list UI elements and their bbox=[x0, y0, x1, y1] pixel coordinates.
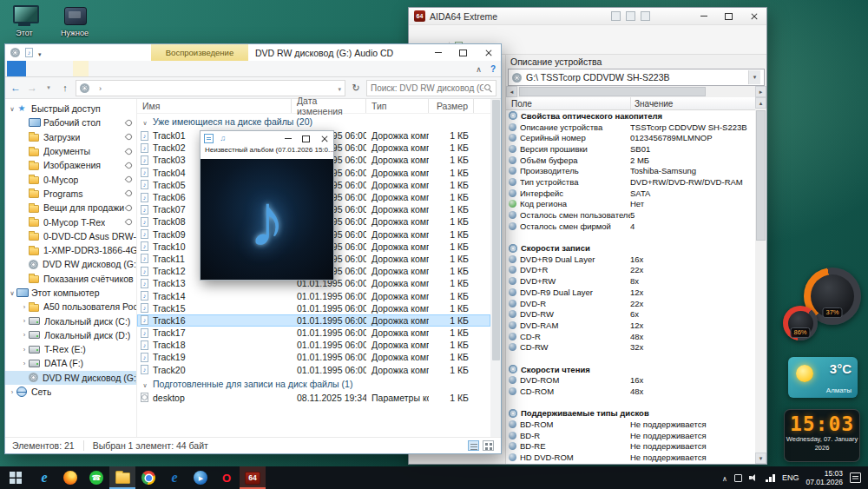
property-row[interactable]: Тип устройства DVD+RW/DVD-RW/DVD-RAM bbox=[506, 176, 755, 188]
sidebar-item[interactable]: Показания счётчиков bbox=[5, 272, 136, 286]
property-row[interactable]: Объём буфера 2 МБ bbox=[506, 155, 755, 166]
property-row[interactable]: DVD-R 22x bbox=[506, 298, 755, 309]
file-row[interactable]: Track17 01.01.1995 06:00 Дорожка компакт… bbox=[137, 327, 490, 339]
contextual-tab-group[interactable]: Воспроизведение bbox=[151, 44, 248, 61]
taskbar-app-button[interactable]: e bbox=[161, 466, 187, 489]
column-field[interactable]: Поле bbox=[506, 97, 631, 109]
sidebar-item[interactable]: › Сеть bbox=[5, 385, 136, 399]
search-input[interactable]: Поиск: DVD RW дисковод (G: bbox=[366, 80, 496, 96]
property-row[interactable]: CD-ROM 48x bbox=[506, 386, 755, 397]
scroll-down-button[interactable] bbox=[755, 453, 766, 464]
start-button[interactable] bbox=[0, 466, 31, 489]
language-indicator[interactable]: ENG bbox=[782, 473, 799, 482]
weather-gadget[interactable]: 3°C Алматы bbox=[788, 357, 858, 398]
desktop-icon[interactable]: Нужное bbox=[52, 3, 97, 37]
column-name[interactable]: Имя bbox=[137, 99, 292, 113]
property-row[interactable]: BD-RE Не поддерживается bbox=[506, 441, 755, 453]
show-hidden-icons-button[interactable] bbox=[722, 472, 727, 483]
ribbon-collapse-icon[interactable] bbox=[476, 63, 482, 74]
system-gauge-gadget[interactable]: 37% 86% bbox=[783, 268, 861, 342]
property-row[interactable]: CD-R 48x bbox=[506, 331, 755, 342]
property-row[interactable]: Поддерживаемые типы дисков bbox=[506, 408, 755, 420]
property-row[interactable] bbox=[506, 353, 755, 364]
sidebar-item[interactable]: › A50 пользователя Ростислав bbox=[5, 300, 136, 314]
taskbar-app-button[interactable]: ☎ bbox=[83, 466, 109, 489]
file-row[interactable]: Track14 01.01.1995 06:00 Дорожка компакт… bbox=[137, 289, 490, 301]
expander-icon[interactable]: › bbox=[20, 360, 29, 367]
group-header[interactable]: Подготовленные для записи на диск файлы … bbox=[137, 376, 490, 392]
collapse-chevron-icon[interactable] bbox=[141, 379, 149, 389]
desktop-icon[interactable]: Этот bbox=[2, 3, 47, 37]
recent-locations-icon[interactable] bbox=[43, 84, 55, 91]
help-icon[interactable] bbox=[490, 63, 496, 74]
titlebar-tool-icon[interactable] bbox=[641, 11, 650, 21]
property-row[interactable]: DVD-RW 6x bbox=[506, 308, 755, 320]
scroll-up-button[interactable] bbox=[755, 97, 766, 109]
column-value[interactable]: Значение bbox=[631, 97, 755, 109]
refresh-icon[interactable] bbox=[350, 83, 362, 94]
sidebar-item[interactable]: 0-DVD-CD Asus DRW-24F1ST, 1 bbox=[5, 229, 136, 243]
taskbar-app-button[interactable]: e bbox=[31, 466, 57, 489]
maximize-button[interactable] bbox=[450, 44, 476, 61]
property-row[interactable]: HD DVD-ROM Не поддерживается bbox=[506, 452, 755, 463]
property-row[interactable]: DVD+RW 8x bbox=[506, 275, 755, 287]
taskbar-app-button[interactable]: ▶ bbox=[187, 466, 214, 489]
scrollbar-thumb[interactable] bbox=[756, 110, 766, 241]
sidebar-item[interactable]: › DATA (F:) bbox=[5, 356, 136, 370]
ribbon-tab[interactable] bbox=[26, 61, 42, 76]
file-row[interactable]: Track16 01.01.1995 06:00 Дорожка компакт… bbox=[137, 314, 490, 327]
property-row[interactable] bbox=[506, 232, 755, 243]
device-selector[interactable]: G:\ TSSTcorp CDDVDW SH-S223B bbox=[508, 69, 765, 86]
scrollbar-thumb[interactable] bbox=[492, 100, 500, 360]
sidebar-item[interactable]: Документы bbox=[5, 144, 136, 158]
large-icons-view-button[interactable] bbox=[483, 440, 494, 451]
minimize-button[interactable] bbox=[279, 131, 297, 146]
scrollbar-thumb[interactable] bbox=[519, 87, 706, 96]
taskbar-app-button[interactable] bbox=[135, 466, 161, 489]
taskbar-app-button[interactable] bbox=[57, 466, 83, 489]
quick-access-icon[interactable] bbox=[25, 48, 33, 57]
sidebar-item[interactable]: › Локальный диск (C:) bbox=[5, 314, 136, 327]
sidebar-item[interactable]: 0-Мусор T-Rex bbox=[5, 215, 136, 228]
volume-icon[interactable] bbox=[749, 473, 759, 482]
taskbar-clock[interactable]: 15:03 07.01.2026 bbox=[806, 469, 843, 486]
property-row[interactable]: Интерфейс SATA bbox=[506, 188, 755, 199]
property-row[interactable]: Осталось смен пользователем 5 bbox=[506, 209, 755, 221]
sidebar-item[interactable]: 0-Мусор bbox=[5, 172, 136, 186]
property-row[interactable]: Серийный номер 0123456789MLMNOP bbox=[506, 132, 755, 143]
expander-icon[interactable]: › bbox=[8, 388, 16, 396]
property-row[interactable]: HD DVD-R Dual Layer Не поддерживается bbox=[506, 463, 755, 464]
vertical-scrollbar[interactable] bbox=[755, 97, 766, 464]
taskbar-app-button[interactable] bbox=[109, 466, 135, 489]
taskbar-app-button[interactable]: 64 bbox=[240, 466, 266, 489]
scroll-left-button[interactable] bbox=[506, 86, 517, 97]
sidebar-item[interactable]: › T-Rex (E:) bbox=[5, 342, 136, 356]
clock-gadget[interactable]: 15:03 Wednesday, 07. January 2026 bbox=[784, 409, 860, 462]
collapse-chevron-icon[interactable] bbox=[141, 116, 149, 127]
property-row[interactable]: Код региона Нет bbox=[506, 199, 755, 210]
file-row[interactable]: Track18 01.01.1995 06:00 Дорожка компакт… bbox=[137, 339, 490, 351]
property-row[interactable]: BD-R Не поддерживается bbox=[506, 430, 755, 441]
network-icon[interactable] bbox=[766, 474, 775, 482]
property-row[interactable]: Скорости записи bbox=[506, 242, 755, 254]
property-row[interactable]: DVD+R9 Dual Layer 16x bbox=[506, 254, 755, 265]
dropdown-arrow-icon[interactable] bbox=[748, 70, 760, 84]
sidebar-item[interactable]: ∨ Этот компьютер bbox=[5, 286, 136, 300]
vertical-scrollbar[interactable] bbox=[490, 99, 501, 437]
expander-icon[interactable]: › bbox=[20, 346, 29, 354]
back-icon[interactable] bbox=[10, 82, 22, 94]
titlebar-tool-icon[interactable] bbox=[611, 11, 621, 21]
sidebar-item[interactable]: ∨ Быстрый доступ bbox=[5, 102, 136, 116]
close-button[interactable] bbox=[476, 44, 501, 61]
expander-icon[interactable]: › bbox=[20, 303, 29, 311]
expander-icon[interactable]: › bbox=[20, 317, 29, 325]
sidebar-item[interactable]: Programs bbox=[5, 187, 136, 201]
sidebar-item[interactable]: Изображения bbox=[5, 158, 136, 172]
ribbon-tab[interactable] bbox=[42, 61, 57, 76]
file-row[interactable]: Track20 01.01.1995 06:00 Дорожка компакт… bbox=[137, 364, 490, 376]
expander-icon[interactable]: ∨ bbox=[8, 289, 16, 297]
sidebar-item[interactable]: DVD RW дисковод (G:) Audio C bbox=[5, 257, 136, 271]
library-mode-icon[interactable] bbox=[204, 134, 214, 143]
property-row[interactable]: DVD-ROM 16x bbox=[506, 375, 755, 387]
address-input[interactable] bbox=[76, 80, 345, 96]
